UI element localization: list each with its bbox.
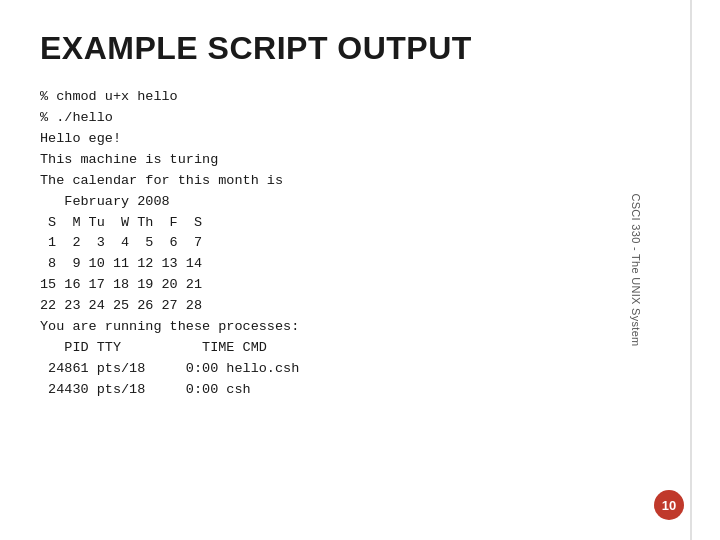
- code-block: % chmod u+x hello % ./hello Hello ege! T…: [40, 87, 640, 401]
- code-line-6: February 2008: [40, 192, 640, 213]
- code-line-1: % chmod u+x hello: [40, 87, 640, 108]
- code-line-7: S M Tu W Th F S: [40, 213, 640, 234]
- code-line-12: You are running these processes:: [40, 317, 640, 338]
- page-number-badge: 10: [654, 490, 684, 520]
- code-line-5: The calendar for this month is: [40, 171, 640, 192]
- code-line-9: 8 9 10 11 12 13 14: [40, 254, 640, 275]
- slide-title: EXAMPLE SCRIPT OUTPUT: [40, 30, 640, 67]
- code-line-10: 15 16 17 18 19 20 21: [40, 275, 640, 296]
- code-line-3: Hello ege!: [40, 129, 640, 150]
- code-line-13: PID TTY TIME CMD: [40, 338, 640, 359]
- main-content: EXAMPLE SCRIPT OUTPUT % chmod u+x hello …: [0, 0, 680, 421]
- code-line-14: 24861 pts/18 0:00 hello.csh: [40, 359, 640, 380]
- side-label-wrapper: CSCI 330 - The UNIX System: [692, 0, 712, 540]
- code-line-2: % ./hello: [40, 108, 640, 129]
- side-label: CSCI 330 - The UNIX System: [629, 193, 641, 346]
- code-line-4: This machine is turing: [40, 150, 640, 171]
- code-line-8: 1 2 3 4 5 6 7: [40, 233, 640, 254]
- code-line-15: 24430 pts/18 0:00 csh: [40, 380, 640, 401]
- code-line-11: 22 23 24 25 26 27 28: [40, 296, 640, 317]
